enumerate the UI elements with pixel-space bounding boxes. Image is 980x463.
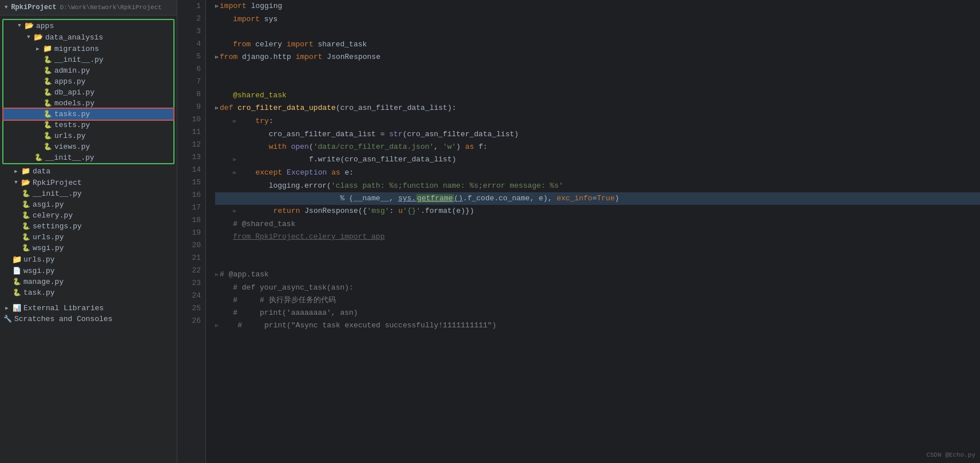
tree-label: db_api.py <box>54 88 94 97</box>
arrow-down-icon: ▼ <box>24 34 33 40</box>
tree-item-asgi[interactable]: 🐍 asgi.py <box>0 199 177 210</box>
tree-item-data-analysis[interactable]: ▼ 📂 data_analysis <box>3 31 173 43</box>
tree-label: celery.py <box>33 211 73 220</box>
tree-item-apps-py[interactable]: 🐍 apps.py <box>3 76 173 87</box>
code-line-10: ⊳ try: <box>215 115 980 128</box>
tree-label: task.py <box>23 288 55 297</box>
code-line-19: from RpkiProject.celery import app <box>215 231 980 243</box>
tree-item-models[interactable]: 🐍 models.py <box>3 98 173 109</box>
tree-label-templates: urls.py <box>23 255 55 264</box>
tree-label: views.py <box>54 143 90 151</box>
code-line-12: with open('data/cro_filter_data.json', '… <box>215 141 980 153</box>
tree-label: asgi.py <box>33 200 64 209</box>
py-file-icon: 🐍 <box>42 77 53 86</box>
tree-item-celery-py[interactable]: 🐍 celery.py <box>0 210 177 221</box>
tree-item-migrations[interactable]: ▶ 📁 migrations <box>3 43 173 54</box>
arrow-right-icon: ▶ <box>33 46 42 52</box>
code-line-14: ⊳ except Exception as e: <box>215 167 980 180</box>
tree-label: urls.py <box>33 233 64 242</box>
py-file-icon: 🐍 <box>42 110 53 118</box>
folder-icon: 📂 <box>33 33 43 42</box>
tree-item-data[interactable]: ▶ 📁 data <box>0 165 177 177</box>
tree-label: apps.py <box>54 77 86 86</box>
tree-item-tests[interactable]: 🐍 tests.py <box>3 120 173 130</box>
code-line-9: ⊳def cro_filter_data_update(cro_asn_filt… <box>215 102 980 115</box>
tree-item-init-rp[interactable]: 🐍 __init__.py <box>0 188 177 199</box>
tree-item-templates[interactable]: 📁 urls.py <box>0 254 177 266</box>
arrow-down-icon: ▼ <box>11 180 21 185</box>
code-line-13: ⊳ f.write(cro_asn_filter_data_list) <box>215 153 980 167</box>
tree-item-urls-rp[interactable]: 🐍 urls.py <box>0 232 177 243</box>
code-line-2: import sys <box>215 13 980 26</box>
tree-label: __init__.py <box>45 153 94 162</box>
tree-item-wsgi[interactable]: 🐍 wsgi.py <box>0 243 177 254</box>
tree-item-init-da2[interactable]: 🐍 __init__.py <box>3 152 173 163</box>
project-header: ▼ RpkiProject D:\Work\Network\RpkiProjec… <box>0 0 177 15</box>
arrow-right-icon: ▶ <box>2 305 11 311</box>
py-file-icon: 🐍 <box>21 233 31 242</box>
tree-item-ext-libraries[interactable]: ▶ 📊 External Libraries <box>0 303 177 314</box>
code-line-20 <box>215 243 980 256</box>
tree-item-tasks[interactable]: 🐍 tasks.py <box>3 109 173 120</box>
code-content[interactable]: ⊳import logging import sys from celery i… <box>206 0 980 463</box>
code-line-24: # # 执行异步任务的代码 <box>215 294 980 307</box>
tree-item-task-py[interactable]: 🐍 task.py <box>0 287 177 298</box>
tree-item-manage[interactable]: 🐍 manage.py <box>0 276 177 287</box>
tree-label-apps: apps <box>36 22 54 30</box>
py-file-icon: 🐍 <box>21 244 31 252</box>
code-line-17: ⊳ return JsonResponse({'msg': u'{}'.form… <box>215 205 980 218</box>
tree-label: urls.py <box>54 132 86 140</box>
tree-item-init-da[interactable]: 🐍 __init__.py <box>3 54 173 65</box>
tree-item-admin[interactable]: 🐍 admin.py <box>3 65 173 76</box>
py-file-icon: 🐍 <box>33 153 43 162</box>
folder-icon: 📁 <box>42 44 53 53</box>
folder-icon: 📂 <box>24 21 34 30</box>
tree-label: manage.py <box>23 278 64 286</box>
arrow-right-icon: ▶ <box>11 168 21 175</box>
code-line-23: # def your_async_task(asn): <box>215 282 980 294</box>
tree-label: settings.py <box>33 222 82 231</box>
tree-label: __init__.py <box>54 56 104 64</box>
tree-item-apps[interactable]: ▼ 📂 apps <box>3 20 173 31</box>
tree-label: models.py <box>54 99 94 108</box>
code-line-26: ⊳ # print("Async task executed successfu… <box>215 319 980 333</box>
tree-label-data-analysis: data_analysis <box>45 33 103 42</box>
code-line-16: % (__name__, sys.getframe().f_code.co_na… <box>215 192 980 205</box>
code-line-8: @shared_task <box>215 89 980 102</box>
tree-label-data: data <box>33 167 50 176</box>
tree-label: __init__.py <box>33 189 82 198</box>
py-file-icon: 🐍 <box>42 88 53 97</box>
tree-item-celery-log[interactable]: 📄 wsgi.py <box>0 266 177 276</box>
tree-label-ext-libraries: External Libraries <box>23 304 104 312</box>
tree-label: admin.py <box>54 66 90 75</box>
tree-label: tests.py <box>54 121 90 129</box>
py-file-icon: 🐍 <box>21 200 31 209</box>
log-file-icon: 📄 <box>11 267 22 275</box>
tree-label: wsgi.py <box>33 244 64 252</box>
code-line-11: cro_asn_filter_data_list = str(cro_asn_f… <box>215 128 980 141</box>
scratches-icon: 🔧 <box>2 315 13 323</box>
tree-item-settings[interactable]: 🐍 settings.py <box>0 221 177 232</box>
py-file-icon: 🐍 <box>42 121 53 129</box>
py-file-icon: 🐍 <box>42 99 53 108</box>
tree-label-celery-log: wsgi.py <box>23 267 55 275</box>
arrow-down-icon: ▼ <box>15 23 24 29</box>
triangle-down-icon: ▼ <box>5 5 7 10</box>
py-file-icon: 🐍 <box>11 288 22 297</box>
line-numbers: 1 2 3 4 5 6 7 8 9 10 11 12 13 14 15 16 1… <box>177 0 206 463</box>
code-line-4: from celery import shared_task <box>215 38 980 51</box>
editor-content: 1 2 3 4 5 6 7 8 9 10 11 12 13 14 15 16 1… <box>177 0 980 463</box>
tree-item-urls-da[interactable]: 🐍 urls.py <box>3 130 173 141</box>
watermark: CSDN @Echo.py <box>926 452 975 458</box>
folder-icon: 📂 <box>21 178 31 187</box>
tree-item-rpkiproject[interactable]: ▼ 📂 RpkiProject <box>0 177 177 188</box>
tree-item-db-api[interactable]: 🐍 db_api.py <box>3 87 173 98</box>
green-highlight-group: ▼ 📂 apps ▼ 📂 data_analysis ▶ 📁 migration… <box>2 19 174 164</box>
tree-item-views[interactable]: 🐍 views.py <box>3 141 173 152</box>
file-tree: ▼ 📂 apps ▼ 📂 data_analysis ▶ 📁 migration… <box>0 15 177 463</box>
folder-icon-yellow: 📁 <box>11 255 22 264</box>
library-icon: 📊 <box>11 304 22 312</box>
code-line-18: # @shared_task <box>215 218 980 231</box>
tree-item-scratches[interactable]: 🔧 Scratches and Consoles <box>0 314 177 325</box>
py-file-icon: 🐍 <box>11 278 22 286</box>
